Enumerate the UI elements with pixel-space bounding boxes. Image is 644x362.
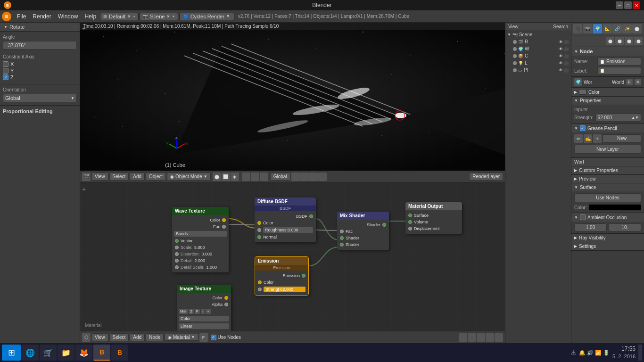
ne-misc-btn-1[interactable]: [459, 333, 467, 342]
workspace-close-icon[interactable]: ✕: [127, 14, 131, 19]
taskbar-explorer-icon[interactable]: 📁: [58, 345, 74, 361]
vt-add[interactable]: Add: [130, 173, 145, 181]
sys-icon-1[interactable]: 🔔: [579, 350, 586, 356]
l-render-icon[interactable]: 🎥: [564, 61, 569, 66]
prop-side-icon-4[interactable]: ⬤: [634, 37, 643, 45]
misc-btn-2[interactable]: [300, 173, 309, 181]
surface-header[interactable]: ▼ Surface: [571, 183, 644, 191]
taskbar-ie-icon[interactable]: 🌐: [22, 345, 39, 361]
ao-value2-field[interactable]: 10.: [609, 223, 641, 231]
gp-add-icon-btn[interactable]: +: [593, 134, 602, 143]
viewport-add-icon[interactable]: +: [82, 25, 86, 32]
ao-header[interactable]: ▼ Ambient Occlusion: [571, 213, 644, 222]
minimize-button[interactable]: ─: [616, 1, 623, 9]
menu-help[interactable]: Help: [82, 12, 99, 21]
scene-add-icon[interactable]: +: [172, 14, 174, 19]
gp-new-btn[interactable]: New: [603, 134, 641, 143]
ray-vis-header[interactable]: ▶ Ray Visibility: [571, 234, 644, 242]
close-button[interactable]: ✕: [633, 1, 640, 9]
ne-icon-btn[interactable]: ⬡: [82, 333, 91, 342]
sys-icon-4[interactable]: 🔋: [603, 350, 610, 356]
vt-view[interactable]: View: [91, 173, 108, 181]
outliner-pl-item[interactable]: ▭ Pl 👁 🎥: [505, 66, 571, 74]
prop-side-icon-1[interactable]: ⬤: [606, 37, 614, 45]
ne-misc-btn-2[interactable]: [468, 333, 476, 342]
taskbar-store-icon[interactable]: 🛒: [40, 345, 57, 361]
viewport-icon-btn[interactable]: 🎬: [82, 173, 91, 181]
render-layer-btn[interactable]: RenderLayer: [469, 173, 503, 181]
node-emission[interactable]: Emission Emission Emission Color Strengt…: [255, 256, 309, 296]
prop-icon-object[interactable]: 📐: [603, 24, 612, 33]
sys-icon-3[interactable]: 📶: [595, 350, 602, 356]
notification-icon[interactable]: ⚠: [571, 349, 576, 356]
z-checkbox[interactable]: ✓: [3, 74, 8, 80]
orientation-select[interactable]: Global ▼: [3, 94, 77, 102]
settings-header[interactable]: ▶ Settings: [571, 242, 644, 250]
taskbar-firefox-icon[interactable]: 🦊: [75, 345, 92, 361]
outliner-scene-item[interactable]: ▼ 📷 Scene: [505, 31, 571, 38]
gp-draw-icon-btn[interactable]: ✍: [584, 134, 592, 143]
ne-select[interactable]: Select: [109, 333, 129, 341]
misc-btn-3[interactable]: [309, 173, 318, 181]
outliner-c-item[interactable]: 📦 C 👁 🎥: [505, 52, 571, 59]
node-editor-add-icon[interactable]: +: [82, 185, 86, 193]
shading-btn-3[interactable]: ◈: [231, 173, 239, 181]
ne-misc-btn-3[interactable]: [477, 333, 485, 342]
outliner-w-item[interactable]: 🌍 W 👁 🎥: [505, 45, 571, 52]
outliner-l-item[interactable]: 💡 L 👁 🎥: [505, 59, 571, 66]
node-mix-shader[interactable]: Mix Shader Shader Fac Shader: [337, 212, 389, 250]
preview-header[interactable]: ▶ Preview: [571, 175, 644, 183]
use-nodes-btn[interactable]: Use Nodes: [574, 193, 641, 202]
color-swatch-field[interactable]: [589, 204, 641, 211]
node-material-output[interactable]: Material Output Surface Volume Displacem…: [405, 202, 462, 234]
gp-checkbox[interactable]: ✓: [580, 125, 586, 131]
gp-new-layer-btn[interactable]: New Layer: [574, 145, 641, 154]
ne-view[interactable]: View: [91, 333, 108, 341]
node-name-field[interactable]: 📋 Emission: [597, 58, 641, 66]
y-checkbox[interactable]: [3, 68, 8, 74]
workspace-selector[interactable]: ⊞ Default ✕ +: [100, 13, 139, 20]
transform-btn-2[interactable]: [251, 173, 259, 181]
viewport[interactable]: Time:00:03.10 | Remaining:00:02.06 | Mem…: [80, 23, 505, 171]
vt-select[interactable]: Select: [109, 173, 129, 181]
properties-section-header[interactable]: ▼ Properties: [571, 97, 644, 105]
ne-shader-icon[interactable]: F: [199, 333, 208, 342]
maximize-button[interactable]: □: [624, 1, 632, 9]
world-icon-btn[interactable]: 🌍: [574, 78, 582, 86]
ne-misc-btn-4[interactable]: [486, 333, 494, 342]
global-selector[interactable]: Global: [270, 173, 290, 181]
w-eye-icon[interactable]: 👁: [559, 47, 563, 51]
shading-btn-1[interactable]: ⬤: [213, 173, 221, 181]
render-engine-selector[interactable]: 🔵 Cycles Render ▼: [179, 13, 234, 20]
strength-field[interactable]: 62.000 ▲▼: [595, 114, 641, 122]
taskbar-blender-icon-1[interactable]: B: [93, 345, 110, 361]
sys-icon-2[interactable]: 🔊: [587, 350, 594, 356]
vt-object[interactable]: Object: [146, 173, 166, 181]
prop-icon-scene[interactable]: 📷: [583, 24, 592, 33]
start-button[interactable]: ⊞: [2, 345, 21, 361]
node-wave-texture[interactable]: Wave Texture Color Fac Bands: [172, 207, 229, 272]
ao-value1-field[interactable]: 1.00: [574, 223, 607, 231]
x-checkbox[interactable]: [3, 61, 8, 67]
world-f-btn[interactable]: F: [626, 79, 633, 85]
w-render-icon[interactable]: 🎥: [564, 47, 569, 51]
prop-icon-material[interactable]: ⬤: [632, 24, 642, 33]
prop-icon-particles[interactable]: ✨: [622, 24, 632, 33]
node-editor[interactable]: + Wave Texture Color Fac Bands: [80, 183, 505, 331]
outliner-r-item[interactable]: 🎬 R 👁 🎥: [505, 38, 571, 45]
node-diffuse-bsdf[interactable]: Diffuse BSDF BSDF BSDF Color Roughness:0…: [255, 197, 316, 242]
ne-node[interactable]: Node: [146, 333, 164, 341]
transform-btn-1[interactable]: [242, 173, 250, 181]
color-section-header[interactable]: ▶ Color: [571, 88, 644, 96]
world-x-btn[interactable]: ✕: [635, 79, 641, 85]
node-label-field[interactable]: 📋: [597, 67, 641, 74]
prop-side-icon-2[interactable]: ⬤: [615, 37, 624, 45]
menu-file[interactable]: File: [14, 12, 29, 21]
prop-icon-constraint[interactable]: 🔗: [612, 24, 622, 33]
l-eye-icon[interactable]: 👁: [559, 61, 563, 66]
angle-value[interactable]: -37.876°: [3, 41, 77, 49]
menu-render[interactable]: Render: [30, 12, 54, 21]
r-eye-icon[interactable]: 👁: [559, 40, 563, 44]
ne-add[interactable]: Add: [130, 333, 145, 341]
workspace-add-icon[interactable]: +: [133, 14, 135, 19]
